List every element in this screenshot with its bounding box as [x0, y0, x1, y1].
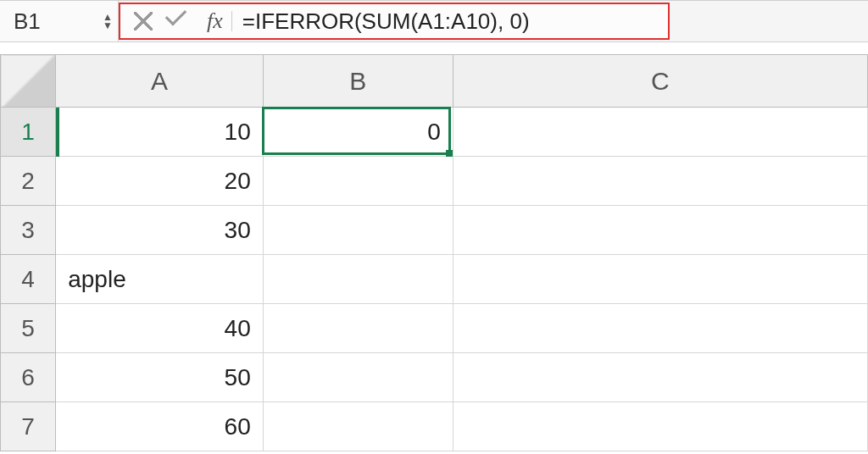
formula-bar-highlight: fx — [119, 3, 670, 40]
cell-A1[interactable]: 10 — [56, 108, 264, 157]
table-row: 1 10 0 — [1, 108, 868, 157]
name-box[interactable]: B1 ▲ ▼ — [0, 1, 119, 42]
row-header-5[interactable]: 5 — [1, 304, 56, 353]
cell-B4[interactable] — [263, 255, 453, 304]
cell-C6[interactable] — [453, 353, 867, 402]
table-row: 5 40 — [1, 304, 868, 353]
table-row: 7 60 — [1, 402, 868, 451]
name-box-stepper[interactable]: ▲ ▼ — [103, 13, 118, 30]
cell-B6[interactable] — [263, 353, 453, 402]
cell-C5[interactable] — [453, 304, 867, 353]
cell-C3[interactable] — [453, 206, 867, 255]
row-header-4[interactable]: 4 — [1, 255, 56, 304]
cell-A2[interactable]: 20 — [56, 157, 264, 206]
row-header-3[interactable]: 3 — [1, 206, 56, 255]
table-row: 6 50 — [1, 353, 868, 402]
fx-label[interactable]: fx — [198, 8, 231, 34]
formula-bar-controls — [120, 12, 198, 30]
spreadsheet-grid[interactable]: A B C 1 10 0 2 20 3 30 — [0, 54, 868, 451]
cell-B5[interactable] — [263, 304, 453, 353]
cell-A4[interactable]: apple — [56, 255, 264, 304]
table-row: 4 apple — [1, 255, 868, 304]
cell-A5[interactable]: 40 — [56, 304, 264, 353]
table-row: 2 20 — [1, 157, 868, 206]
cell-B1[interactable]: 0 — [263, 108, 453, 157]
formula-input[interactable] — [232, 8, 668, 36]
cell-A7[interactable]: 60 — [56, 402, 264, 451]
cell-B3[interactable] — [263, 206, 453, 255]
select-all-corner[interactable] — [1, 55, 56, 108]
cell-C2[interactable] — [453, 157, 867, 206]
cell-B2[interactable] — [263, 157, 453, 206]
name-box-value: B1 — [14, 8, 41, 35]
row-header-1[interactable]: 1 — [1, 108, 56, 157]
col-header-C[interactable]: C — [453, 55, 867, 108]
row-header-6[interactable]: 6 — [1, 353, 56, 402]
formula-bar: B1 ▲ ▼ fx — [0, 0, 868, 42]
active-row-indicator — [56, 108, 59, 157]
cancel-icon[interactable] — [134, 12, 153, 30]
cell-C1[interactable] — [453, 108, 867, 157]
cell-C7[interactable] — [453, 402, 867, 451]
col-header-B[interactable]: B — [263, 55, 453, 108]
cell-C4[interactable] — [453, 255, 867, 304]
col-header-A[interactable]: A — [56, 55, 264, 108]
cell-A3[interactable]: 30 — [56, 206, 264, 255]
table-row: 3 30 — [1, 206, 868, 255]
row-header-7[interactable]: 7 — [1, 402, 56, 451]
row-header-2[interactable]: 2 — [1, 157, 56, 206]
cell-B7[interactable] — [263, 402, 453, 451]
stepper-down-icon[interactable]: ▼ — [103, 21, 113, 30]
enter-icon[interactable] — [166, 12, 185, 30]
cell-A6[interactable]: 50 — [56, 353, 264, 402]
